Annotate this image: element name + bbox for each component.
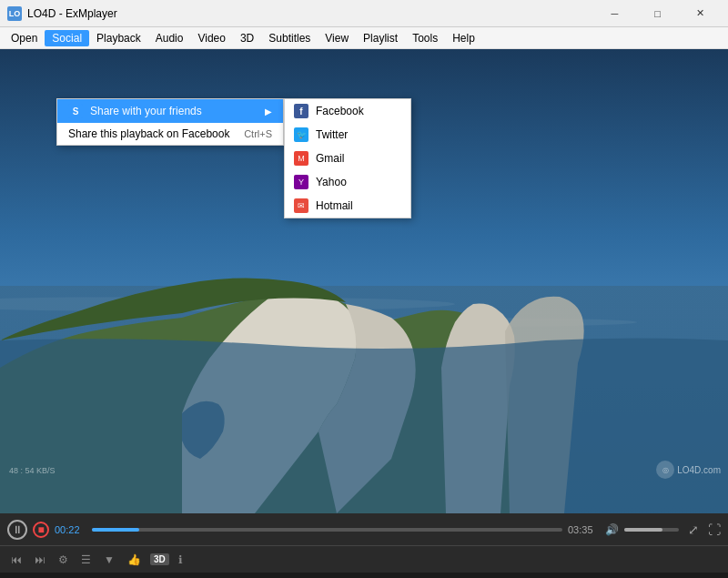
progress-fill (92, 528, 139, 532)
share-twitter-submenu-item[interactable]: 🐦 Twitter (285, 123, 410, 147)
stop-button[interactable]: ■ (33, 522, 49, 538)
pause-button[interactable]: ⏸ (7, 520, 27, 540)
volume-icon[interactable]: 🔊 (605, 523, 619, 536)
share-facebook-submenu-item[interactable]: f Facebook (285, 99, 410, 123)
volume-fill (624, 528, 662, 532)
watermark-icon: ◎ (656, 461, 674, 479)
menu-open[interactable]: Open (4, 30, 45, 46)
timecode-overlay: 48 : 54 KB/S (9, 466, 56, 475)
twitter-icon: 🐦 (294, 127, 308, 142)
playlist-button[interactable]: ☰ (77, 552, 95, 568)
menu-video[interactable]: Video (190, 30, 232, 46)
info-button[interactable]: ℹ (175, 552, 187, 568)
hotmail-icon: ✉ (294, 198, 308, 213)
share-submenu: f Facebook 🐦 Twitter M Gmail Y Yahoo ✉ H… (284, 98, 411, 218)
video-area: S Share with your friends ▶ Share this p… (0, 49, 728, 513)
menu-tools[interactable]: Tools (405, 30, 445, 46)
facebook-icon: f (294, 104, 308, 118)
share-facebook-item[interactable]: Share this playback on Facebook Ctrl+S (57, 123, 283, 145)
gmail-label: Gmail (316, 152, 344, 165)
share-yahoo-submenu-item[interactable]: Y Yahoo (285, 170, 410, 194)
expand-button[interactable]: ⛶ (708, 522, 721, 537)
menu-view[interactable]: View (318, 30, 356, 46)
bottom-toolbar: ⏮ ⏭ ⚙ ☰ ▼ 👍 3D ℹ (0, 545, 728, 573)
watermark: ◎ LO4D.com (656, 461, 721, 479)
share-facebook-shortcut: Ctrl+S (244, 128, 272, 139)
next-button[interactable]: ⏭ (31, 552, 49, 568)
menu-playlist[interactable]: Playlist (356, 30, 405, 46)
window-controls: ─ □ ✕ (594, 5, 721, 23)
title-bar-left: LO LO4D - ExMplayer (7, 6, 117, 21)
menu-bar: Open Social Playback Audio Video 3D Subt… (0, 27, 728, 49)
hotmail-label: Hotmail (316, 199, 353, 212)
3d-button[interactable]: 3D (150, 553, 169, 565)
eq-button[interactable]: ⚙ (55, 552, 72, 568)
share-facebook-label: Share this playback on Facebook (68, 127, 229, 140)
menu-help[interactable]: Help (445, 30, 482, 46)
share-hotmail-submenu-item[interactable]: ✉ Hotmail (285, 194, 410, 218)
submenu-arrow-icon: ▶ (265, 106, 272, 117)
progress-bar[interactable] (92, 528, 562, 532)
share-friends-label: Share with your friends (90, 105, 202, 117)
title-bar: LO LO4D - ExMplayer ─ □ ✕ (0, 0, 728, 27)
menu-subtitles[interactable]: Subtitles (261, 30, 318, 46)
menu-3d[interactable]: 3D (233, 30, 261, 46)
like-button[interactable]: 👍 (124, 552, 145, 568)
social-dropdown-menu: S Share with your friends ▶ Share this p… (56, 98, 284, 146)
playlist-add-button[interactable]: ▼ (100, 552, 118, 568)
current-time: 00:22 (55, 524, 86, 535)
share-friends-left: S Share with your friends (68, 104, 202, 118)
window-title: LO4D - ExMplayer (27, 7, 117, 20)
twitter-label: Twitter (316, 128, 348, 141)
share-with-friends-item[interactable]: S Share with your friends ▶ (57, 99, 283, 123)
gmail-icon: M (294, 151, 308, 166)
volume-bar[interactable] (624, 528, 679, 532)
share-gmail-submenu-item[interactable]: M Gmail (285, 147, 410, 170)
total-time: 03:35 (568, 524, 600, 535)
facebook-label: Facebook (316, 105, 364, 117)
app-icon: LO (7, 6, 22, 21)
menu-social[interactable]: Social (45, 30, 89, 46)
fullscreen-button[interactable]: ⤢ (688, 522, 699, 537)
yahoo-icon: Y (294, 175, 308, 189)
prev-button[interactable]: ⏮ (7, 552, 25, 568)
close-button[interactable]: ✕ (680, 5, 721, 23)
menu-audio[interactable]: Audio (148, 30, 191, 46)
maximize-button[interactable]: □ (637, 5, 678, 23)
menu-playback[interactable]: Playback (89, 30, 148, 46)
yahoo-label: Yahoo (316, 176, 347, 188)
watermark-text: LO4D.com (677, 465, 721, 475)
share-fb-left: Share this playback on Facebook (68, 127, 229, 140)
social-share-icon: S (68, 104, 83, 118)
controls-bar: ⏸ ■ 00:22 03:35 🔊 ⤢ ⛶ (0, 513, 728, 545)
minimize-button[interactable]: ─ (594, 5, 635, 23)
